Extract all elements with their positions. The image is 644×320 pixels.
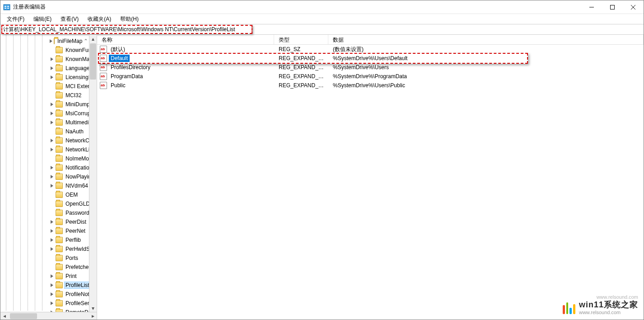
tree-node-LanguageP[interactable]: LanguageP <box>0 64 97 73</box>
tree-node-Multimedi[interactable]: Multimedi <box>0 118 97 127</box>
tree-node-KnownMa[interactable]: KnownMa <box>0 55 97 64</box>
scroll-down-icon[interactable]: ▾ <box>89 304 97 312</box>
tree-label: Prefetcher <box>64 264 92 271</box>
scroll-up-icon[interactable]: ▴ <box>89 35 97 42</box>
tree-node-KnownFun[interactable]: KnownFun <box>0 46 97 55</box>
expander-icon[interactable] <box>49 183 55 188</box>
value-type: REG_EXPAND_SZ <box>274 82 328 89</box>
tree-label: Ports <box>64 254 79 262</box>
expander-icon[interactable] <box>49 228 55 234</box>
tree-node-ProfileSer[interactable]: ProfileSer <box>0 299 97 308</box>
tree-vertical-scrollbar[interactable]: ▴ ▾ <box>89 35 97 312</box>
address-bar[interactable] <box>0 25 644 34</box>
scroll-thumb[interactable] <box>10 313 37 319</box>
tree-node-Ports[interactable]: Ports <box>0 254 97 263</box>
tree-node-OEM[interactable]: OEM <box>0 190 97 199</box>
folder-icon <box>56 291 63 297</box>
tree-node-NetworkLi[interactable]: NetworkLi <box>0 145 97 154</box>
value-data: %SystemDrive%\ProgramData <box>328 73 644 80</box>
value-row[interactable]: DefaultREG_EXPAND_SZ%SystemDrive%\Users\… <box>97 54 644 63</box>
tree-node-MCI32[interactable]: MCI32 <box>0 91 97 100</box>
tree-label: Perflib <box>64 236 82 244</box>
tree-node-OpenGLDr[interactable]: OpenGLDr <box>0 199 97 208</box>
tree-label: KnownMa <box>64 56 91 63</box>
expander-icon[interactable] <box>49 292 55 297</box>
svg-rect-1 <box>5 6 6 7</box>
titlebar: 注册表编辑器 <box>0 0 644 14</box>
tree-node-Notificatio[interactable]: Notificatio <box>0 163 97 172</box>
tree-node-LicensingD[interactable]: LicensingD <box>0 73 97 82</box>
window-controls <box>581 0 644 14</box>
value-row[interactable]: ProfilesDirectoryREG_EXPAND_SZ%SystemDri… <box>97 63 644 72</box>
scroll-left-icon[interactable]: ◂ <box>0 313 8 320</box>
expander-icon[interactable] <box>49 56 55 62</box>
tree-scroll-up-icon[interactable]: ⌃ <box>84 38 88 44</box>
value-row[interactable]: PublicREG_EXPAND_SZ%SystemDrive%\Users\P… <box>97 81 644 90</box>
menu-edit[interactable]: 编辑(E) <box>29 14 56 24</box>
values-list-pane[interactable]: 名称 类型 数据 (默认)REG_SZ(数值未设置)DefaultREG_EXP… <box>97 35 644 320</box>
value-data: %SystemDrive%\Users <box>328 64 644 71</box>
expander-icon[interactable] <box>49 165 55 170</box>
scroll-thumb[interactable] <box>90 43 96 80</box>
tree-pane[interactable]: IniFileMap⌃KnownFunKnownMaLanguagePLicen… <box>0 35 97 320</box>
tree-node-MCIExten[interactable]: MCI Exten <box>0 82 97 91</box>
scroll-track[interactable] <box>89 42 97 304</box>
tree-node-NowPlayin[interactable]: NowPlayin <box>0 172 97 181</box>
expander-icon[interactable] <box>49 273 55 279</box>
expander-icon[interactable] <box>49 147 55 152</box>
tree-node-Prefetcher[interactable]: Prefetcher <box>0 263 97 272</box>
menu-file[interactable]: 文件(F) <box>2 14 29 24</box>
expander-icon[interactable] <box>49 120 55 125</box>
value-row[interactable]: ProgramDataREG_EXPAND_SZ%SystemDrive%\Pr… <box>97 72 644 81</box>
expander-icon[interactable] <box>49 111 55 116</box>
value-name-cell: Default <box>97 55 274 62</box>
column-header-name[interactable]: 名称 <box>97 35 274 44</box>
close-button[interactable] <box>623 0 644 14</box>
expander-icon[interactable] <box>49 237 55 243</box>
tree-node-NoImeMo[interactable]: NoImeMo <box>0 154 97 163</box>
minimize-button[interactable] <box>581 0 602 14</box>
expander-icon[interactable] <box>49 282 55 288</box>
expander-icon[interactable] <box>49 301 55 306</box>
column-header-data[interactable]: 数据 <box>328 35 644 44</box>
tree-node-NtVdm64[interactable]: NtVdm64 <box>0 181 97 190</box>
tree-node-ProfileNot[interactable]: ProfileNot <box>0 290 97 299</box>
tree-node-Print[interactable]: Print <box>0 272 97 281</box>
tree-node-PeerDist[interactable]: PeerDist <box>0 217 97 226</box>
main-split: IniFileMap⌃KnownFunKnownMaLanguagePLicen… <box>0 35 644 320</box>
folder-icon <box>56 174 63 180</box>
tree-node-IniFileMap[interactable]: IniFileMap⌃ <box>0 37 97 46</box>
tree-node-Perflib[interactable]: Perflib <box>0 235 97 245</box>
scroll-track[interactable] <box>8 313 89 320</box>
scroll-right-icon[interactable]: ▸ <box>89 313 97 320</box>
tree-node-ProfileList[interactable]: ProfileList <box>0 281 97 290</box>
expander-icon[interactable] <box>49 246 55 252</box>
tree-node-PasswordL[interactable]: PasswordL <box>0 208 97 217</box>
menu-view[interactable]: 查看(V) <box>56 14 83 24</box>
expander-icon[interactable] <box>49 219 55 225</box>
tree-node-PeerNet[interactable]: PeerNet <box>0 226 97 235</box>
expander-icon[interactable] <box>49 174 55 179</box>
tree-horizontal-scrollbar[interactable]: ◂ ▸ <box>0 312 97 320</box>
folder-icon <box>56 201 63 207</box>
expander-icon[interactable] <box>49 38 53 44</box>
tree-node-MiniDump[interactable]: MiniDump <box>0 100 97 109</box>
tree-label: NetworkLi <box>64 146 91 153</box>
folder-icon <box>56 264 63 270</box>
tree-node-PerHwIdSt[interactable]: PerHwIdSt <box>0 245 97 254</box>
tree-label: ProfileSer <box>64 300 91 307</box>
expander-icon[interactable] <box>49 102 55 107</box>
value-row[interactable]: (默认)REG_SZ(数值未设置) <box>97 45 644 54</box>
column-header-type[interactable]: 类型 <box>274 35 328 44</box>
expander-icon[interactable] <box>49 66 55 71</box>
maximize-button[interactable] <box>602 0 623 14</box>
tree-node-MsiCorrup[interactable]: MsiCorrup <box>0 109 97 118</box>
tree-node-NetworkC[interactable]: NetworkC <box>0 136 97 145</box>
tree-label: NetworkC <box>64 137 91 144</box>
expander-icon[interactable] <box>49 138 55 143</box>
menu-fav[interactable]: 收藏夹(A) <box>83 14 116 24</box>
folder-icon <box>56 65 63 71</box>
tree-node-NaAuth[interactable]: NaAuth <box>0 127 97 136</box>
menu-help[interactable]: 帮助(H) <box>116 14 143 24</box>
expander-icon[interactable] <box>49 75 55 80</box>
